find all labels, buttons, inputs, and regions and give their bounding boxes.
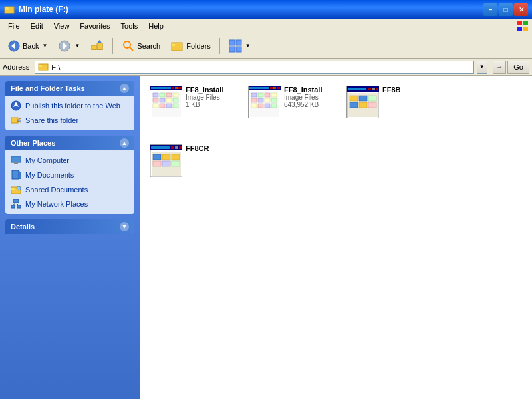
views-icon: [229, 39, 242, 53]
forward-button[interactable]: ▼: [53, 37, 84, 55]
svg-rect-53: [166, 93, 172, 97]
menu-tools[interactable]: Tools: [116, 21, 144, 31]
menu-edit[interactable]: Edit: [25, 21, 49, 31]
search-button[interactable]: Search: [117, 37, 165, 55]
network-icon: [11, 199, 21, 209]
svg-rect-81: [271, 104, 277, 108]
my-computer-link[interactable]: My Computer: [11, 154, 129, 166]
svg-rect-47: [172, 87, 174, 89]
window-controls: – □ ✕: [483, 3, 528, 16]
maximize-button[interactable]: □: [499, 3, 513, 16]
svg-rect-80: [265, 104, 270, 108]
back-dropdown-arrow: ▼: [42, 43, 47, 49]
details-header[interactable]: Details ▼: [5, 219, 134, 234]
file-folder-tasks-toggle[interactable]: ▲: [120, 84, 129, 93]
svg-rect-71: [258, 93, 263, 97]
address-dropdown-button[interactable]: ▼: [477, 61, 487, 74]
file-item[interactable]: FF8_Install Image Files 1 KB: [146, 82, 239, 136]
documents-icon: [11, 170, 21, 180]
window-icon: [4, 4, 15, 15]
svg-rect-67: [273, 87, 276, 89]
file-size: 643,952 KB: [284, 101, 322, 108]
svg-rect-105: [162, 161, 170, 166]
svg-rect-59: [153, 104, 158, 108]
back-button[interactable]: Back ▼: [3, 37, 52, 55]
svg-rect-4: [517, 27, 522, 31]
file-item[interactable]: FF8_Install Image Files 643,952 KB: [245, 82, 338, 136]
svg-rect-97: [151, 146, 170, 149]
share-icon: [11, 115, 21, 126]
computer-icon: [11, 155, 21, 166]
file-info: FF8B: [382, 86, 401, 94]
file-thumbnail: [346, 86, 378, 118]
svg-rect-103: [162, 154, 170, 160]
svg-rect-106: [172, 154, 180, 160]
search-icon: [122, 39, 135, 53]
svg-rect-10: [92, 45, 96, 49]
svg-rect-52: [160, 93, 165, 97]
file-name: FF8_Install: [284, 86, 322, 94]
menu-file[interactable]: File: [3, 21, 25, 31]
svg-rect-3: [523, 21, 528, 25]
toolbar: Back ▼ ▼ Search: [0, 33, 532, 59]
svg-rect-57: [166, 98, 172, 102]
file-area: FF8_Install Image Files 1 KB: [140, 76, 532, 399]
svg-rect-58: [173, 98, 178, 102]
svg-rect-35: [19, 172, 21, 179]
address-input-wrap: [35, 61, 474, 74]
details-section: Details ▼: [5, 219, 134, 234]
svg-rect-66: [270, 87, 273, 89]
file-folder-tasks-header[interactable]: File and Folder Tasks ▲: [5, 81, 134, 96]
details-toggle[interactable]: ▼: [120, 222, 129, 231]
svg-rect-61: [166, 104, 172, 108]
address-go-arrow[interactable]: →: [493, 61, 506, 74]
file-item[interactable]: FF8B: [343, 82, 436, 136]
svg-rect-84: [348, 88, 366, 90]
file-thumbnail: [248, 86, 280, 118]
my-documents-link[interactable]: My Documents: [11, 169, 129, 181]
share-folder-link[interactable]: Share this folder: [11, 114, 129, 126]
menu-help[interactable]: Help: [143, 21, 169, 31]
close-button[interactable]: ✕: [514, 3, 528, 16]
file-item[interactable]: FF8CR: [146, 141, 239, 194]
menu-favorites[interactable]: Favorites: [74, 21, 115, 31]
svg-rect-32: [13, 164, 19, 164]
file-size: 1 KB: [186, 101, 223, 108]
address-label: Address: [3, 63, 29, 71]
go-button[interactable]: Go: [507, 61, 529, 74]
svg-rect-54: [173, 93, 178, 97]
svg-rect-51: [153, 93, 158, 97]
minimize-button[interactable]: –: [483, 3, 497, 16]
menu-view[interactable]: View: [49, 21, 75, 31]
svg-rect-46: [151, 87, 171, 89]
svg-rect-75: [258, 98, 263, 102]
svg-rect-17: [229, 40, 235, 45]
shared-documents-icon: [11, 184, 21, 195]
svg-rect-25: [11, 118, 18, 123]
views-button[interactable]: ▼: [224, 37, 255, 55]
publish-folder-link[interactable]: Publish this folder to the Web: [11, 100, 129, 112]
svg-rect-89: [350, 96, 358, 101]
svg-rect-73: [271, 93, 277, 97]
file-type: Image Files: [186, 94, 223, 101]
my-network-places-link[interactable]: My Network Places: [11, 198, 129, 210]
svg-rect-19: [229, 47, 235, 52]
svg-point-13: [124, 41, 130, 48]
left-panel: File and Folder Tasks ▲ Publish this fol…: [0, 76, 140, 399]
other-places-header[interactable]: Other Places ▲: [5, 136, 134, 150]
svg-rect-11: [97, 43, 102, 49]
svg-rect-48: [175, 87, 178, 89]
separator-1: [112, 38, 113, 54]
menu-bar: File Edit View Favorites Tools Help: [0, 19, 532, 33]
up-button[interactable]: [86, 37, 108, 55]
svg-rect-100: [179, 146, 182, 149]
svg-rect-29: [11, 156, 21, 162]
file-type: Image Files: [284, 94, 322, 101]
svg-marker-34: [19, 170, 21, 172]
address-input[interactable]: [51, 63, 471, 71]
svg-rect-86: [372, 88, 375, 90]
other-places-toggle[interactable]: ▲: [120, 138, 129, 148]
svg-line-43: [16, 203, 19, 205]
folders-button[interactable]: Folders: [166, 37, 215, 55]
shared-documents-link[interactable]: Shared Documents: [11, 184, 129, 196]
